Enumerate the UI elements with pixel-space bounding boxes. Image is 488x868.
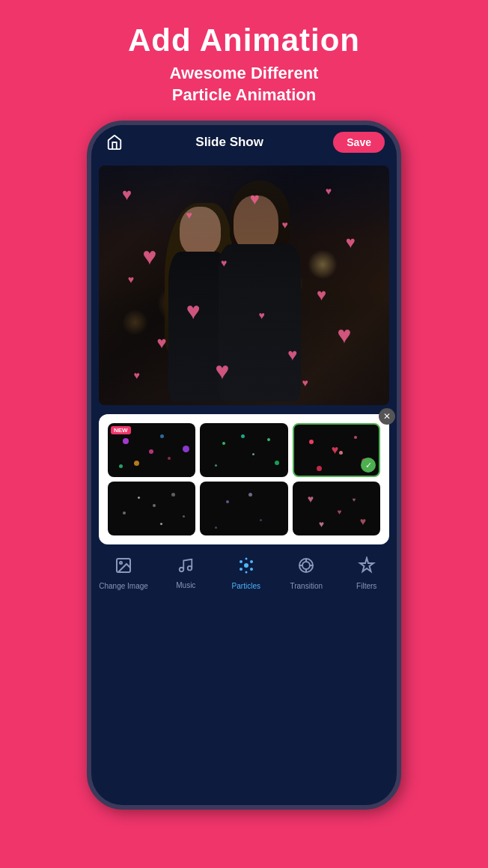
floating-heart: ♥ [128, 273, 134, 285]
floating-heart: ♥ [186, 209, 192, 221]
svg-point-3 [188, 566, 192, 571]
floating-heart: ♥ [215, 357, 229, 385]
music-icon [177, 557, 194, 578]
svg-point-6 [250, 560, 253, 563]
nav-item-music[interactable]: Music [163, 557, 208, 589]
particles-panel: ✕ NEW [99, 414, 389, 544]
transition-icon [297, 556, 315, 579]
floating-heart: ♥ [281, 219, 287, 231]
svg-point-1 [120, 562, 122, 564]
svg-point-10 [245, 571, 247, 574]
particle-item-3[interactable]: ♥ ✓ [293, 423, 380, 477]
floating-heart: ♥ [221, 257, 227, 269]
change-image-icon [115, 556, 132, 579]
filters-icon [358, 556, 376, 579]
change-image-label: Change Image [99, 582, 148, 590]
filters-label: Filters [356, 582, 376, 590]
floating-heart: ♥ [346, 233, 356, 252]
preview-background: ♥♥♥♥♥♥♥♥♥♥♥♥♥♥♥♥♥♥ [99, 166, 389, 405]
promo-header: Add Animation Awesome Different Particle… [113, 0, 375, 121]
particles-icon [237, 556, 255, 579]
main-title: Add Animation [128, 22, 360, 58]
floating-heart: ♥ [326, 185, 332, 197]
floating-heart: ♥ [258, 309, 264, 321]
nav-bar: Slide Show Save [91, 125, 397, 161]
svg-point-8 [250, 568, 253, 571]
image-preview: ♥♥♥♥♥♥♥♥♥♥♥♥♥♥♥♥♥♥ [99, 166, 389, 405]
music-label: Music [176, 581, 195, 589]
close-panel-button[interactable]: ✕ [379, 408, 395, 425]
svg-point-9 [245, 558, 247, 560]
power-button [398, 275, 401, 312]
nav-item-change-image[interactable]: Change Image [99, 556, 148, 590]
selected-checkmark: ✓ [361, 458, 376, 473]
nav-item-filters[interactable]: Filters [344, 556, 389, 590]
phone-screen: Slide Show Save [91, 125, 397, 805]
svg-point-2 [180, 568, 184, 572]
floating-heart: ♥ [302, 377, 308, 389]
svg-point-12 [302, 562, 310, 569]
particle-item-6[interactable]: ♥ ♥ ♥ ♥ ♥ [293, 482, 380, 535]
floating-heart: ♥ [122, 185, 132, 204]
floating-heart: ♥ [317, 285, 326, 305]
new-badge: NEW [111, 426, 131, 434]
subtitle: Awesome Different Particle Animation [128, 63, 360, 106]
floating-heart: ♥ [186, 297, 200, 325]
nav-item-particles[interactable]: Particles [224, 556, 269, 590]
floating-heart: ♥ [287, 345, 297, 365]
svg-point-4 [244, 563, 248, 568]
screen-title: Slide Show [195, 135, 263, 150]
floating-heart: ♥ [157, 333, 167, 353]
particle-item-1[interactable]: NEW [108, 423, 195, 477]
bottom-nav: Change Image Music [91, 549, 397, 602]
nav-item-transition[interactable]: Transition [284, 556, 329, 590]
particles-label: Particles [232, 582, 260, 590]
floating-heart: ♥ [250, 189, 260, 209]
svg-point-7 [240, 568, 243, 571]
floating-heart: ♥ [337, 321, 351, 349]
floating-heart: ♥ [142, 243, 156, 270]
hearts-overlay: ♥♥♥♥♥♥♥♥♥♥♥♥♥♥♥♥♥♥ [99, 166, 389, 405]
transition-label: Transition [290, 582, 323, 590]
particle-item-5[interactable] [200, 482, 287, 535]
particles-grid: NEW [108, 423, 380, 535]
phone-frame: Slide Show Save [87, 121, 401, 810]
home-button[interactable] [103, 131, 126, 154]
save-button[interactable]: Save [333, 132, 385, 153]
floating-heart: ♥ [134, 369, 140, 381]
particle-item-2[interactable] [200, 423, 287, 477]
particle-item-4[interactable] [108, 482, 195, 535]
svg-point-5 [240, 560, 243, 563]
